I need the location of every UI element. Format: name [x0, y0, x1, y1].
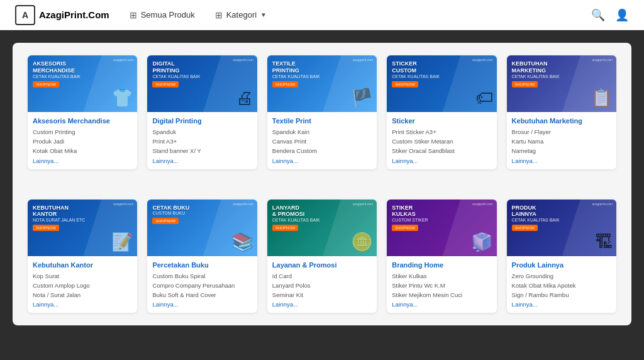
product-more-textile-print[interactable]: Lainnya...: [272, 157, 372, 164]
product-image-layanan-promosi: azagiprint.com LANYARD& PROMOSI CETAK KU…: [267, 200, 377, 256]
product-card-kebutuhan-kantor: azagiprint.com KEBUTUHANKANTOR NOTA SURA…: [28, 200, 137, 313]
product-sub-item-aksesoris-1: Produk Jadi: [33, 137, 132, 146]
product-icon-branding-home: 🧊: [471, 232, 493, 252]
product-sub-item-sticker-2: Stiker Oracal Sandblast: [392, 146, 491, 155]
product-icon-percetakan-buku: 📚: [231, 232, 253, 252]
grid-icon: ⊞: [130, 10, 137, 20]
product-image-btn-branding-home[interactable]: SHOPNOW: [392, 225, 418, 231]
product-info-kebutuhan-marketing: Kebutuhan Marketing Brosur / FlayerKartu…: [507, 112, 616, 169]
product-info-digital-printing: Digital Printing SpandukPrint A3+Stand b…: [147, 112, 257, 169]
product-icon-textile-print: 🏴: [351, 87, 373, 108]
nav-kategori[interactable]: ⊞ Kategori ▼: [215, 10, 267, 20]
product-more-percetakan-buku[interactable]: Lainnya...: [152, 301, 252, 308]
product-more-layanan-promosi[interactable]: Lainnya...: [272, 301, 372, 308]
grid-icon-2: ⊞: [215, 10, 223, 20]
product-sub-item-produk-lainnya-1: Kotak Obat Mika Apotek: [512, 281, 611, 290]
product-sub-item-layanan-promosi-1: Lanyard Polos: [272, 281, 372, 290]
site-label: azagiprint.com: [592, 202, 613, 206]
product-category-title-produk-lainnya[interactable]: Produk Lainnya: [512, 261, 611, 269]
product-card-aksesoris: azagiprint.com AKSESORISMERCHANDISE CETA…: [28, 55, 137, 169]
logo-letter: A: [22, 10, 28, 20]
product-image-btn-aksesoris[interactable]: SHOPNOW: [33, 81, 59, 87]
main-content: azagiprint.com AKSESORISMERCHANDISE CETA…: [13, 43, 631, 325]
site-label: azagiprint.com: [592, 58, 613, 62]
product-category-title-percetakan-buku[interactable]: Percetakan Buku: [152, 261, 252, 269]
product-more-kebutuhan-marketing[interactable]: Lainnya...: [512, 157, 611, 164]
product-sub-item-sticker-1: Custom Stiker Metaran: [392, 137, 491, 146]
product-category-title-layanan-promosi[interactable]: Layanan & Promosi: [272, 261, 372, 269]
product-card-digital-printing: azagiprint.com DIGITALPRINTING CETAK KUA…: [147, 55, 257, 169]
product-category-title-textile-print[interactable]: Textile Print: [272, 117, 372, 125]
site-label: azagiprint.com: [353, 202, 374, 206]
product-sub-item-textile-print-0: Spanduk Kain: [272, 127, 372, 137]
product-sub-item-kebutuhan-marketing-2: Nametag: [512, 146, 611, 155]
product-image-btn-produk-lainnya[interactable]: SHOPNOW: [512, 225, 538, 231]
product-image-btn-textile-print[interactable]: SHOPNOW: [272, 81, 299, 87]
product-image-sticker: azagiprint.com STICKERCUSTOM CETAK KUALI…: [387, 55, 496, 112]
logo[interactable]: A AzagiPrint.Com: [15, 5, 109, 25]
nav-semua-produk[interactable]: ⊞ Semua Produk: [130, 10, 195, 20]
product-info-produk-lainnya: Produk Lainnya Zero GroundingKotak Obat …: [507, 256, 616, 313]
product-sub-item-layanan-promosi-2: Seminar Kit: [272, 290, 372, 300]
nav-kategori-label: Kategori: [226, 10, 257, 20]
product-image-subtitle-textile-print: CETAK KUALITAS BAIK: [272, 74, 372, 79]
product-image-subtitle-digital-printing: CETAK KUALITAS BAIK: [152, 74, 252, 79]
product-image-btn-percetakan-buku[interactable]: SHOPNOW: [152, 218, 179, 224]
product-sub-item-kebutuhan-kantor-2: Nota / Surat Jalan: [33, 290, 132, 300]
product-image-btn-layanan-promosi[interactable]: SHOPNOW: [272, 225, 299, 231]
product-card-layanan-promosi: azagiprint.com LANYARD& PROMOSI CETAK KU…: [267, 200, 377, 313]
product-more-kebutuhan-kantor[interactable]: Lainnya...: [33, 301, 132, 308]
product-more-produk-lainnya[interactable]: Lainnya...: [512, 301, 611, 308]
product-image-subtitle-kebutuhan-marketing: CETAK KUALITAS BAIK: [512, 74, 611, 79]
product-image-btn-kebutuhan-marketing[interactable]: SHOPNOW: [512, 81, 538, 87]
product-image-title-textile-print: TEXTILEPRINTING: [272, 60, 372, 74]
site-label: azagiprint.com: [113, 202, 134, 206]
product-image-subtitle-produk-lainnya: CETAK KUALITAS BAIK: [512, 218, 611, 222]
product-info-sticker: Sticker Print Sticker A3+Custom Stiker M…: [387, 112, 496, 169]
product-sub-item-digital-printing-1: Print A3+: [152, 137, 252, 146]
product-image-title-aksesoris: AKSESORISMERCHANDISE: [33, 60, 132, 74]
product-sub-item-percetakan-buku-0: Custom Buku Spiral: [152, 271, 252, 281]
product-icon-produk-lainnya: 🏗: [595, 232, 613, 252]
product-info-kebutuhan-kantor: Kebutuhan Kantor Kop SuratCustom Amplop …: [28, 256, 137, 313]
logo-icon: A: [15, 5, 35, 25]
product-info-aksesoris: Aksesoris Merchandise Custom PrintingPro…: [28, 112, 137, 169]
account-button[interactable]: 👤: [615, 8, 629, 22]
product-sub-item-kebutuhan-kantor-1: Custom Amplop Logo: [33, 281, 132, 290]
product-image-btn-sticker[interactable]: SHOPNOW: [392, 81, 418, 87]
product-icon-aksesoris: 👕: [111, 87, 133, 108]
product-image-percetakan-buku: azagiprint.com CETAK BUKU CUSTOM BUKU SH…: [147, 200, 257, 256]
product-category-title-branding-home[interactable]: Branding Home: [392, 261, 491, 269]
nav-semua-produk-label: Semua Produk: [141, 10, 195, 20]
product-category-title-aksesoris[interactable]: Aksesoris Merchandise: [33, 117, 132, 125]
product-image-btn-kebutuhan-kantor[interactable]: SHOPNOW: [33, 225, 59, 231]
product-image-subtitle-percetakan-buku: CUSTOM BUKU: [152, 211, 252, 215]
product-more-branding-home[interactable]: Lainnya...: [392, 301, 491, 308]
site-label: azagiprint.com: [233, 58, 253, 62]
header: A AzagiPrint.Com ⊞ Semua Produk ⊞ Katego…: [0, 0, 644, 30]
site-label: azagiprint.com: [353, 58, 374, 62]
product-card-percetakan-buku: azagiprint.com CETAK BUKU CUSTOM BUKU SH…: [147, 200, 257, 313]
product-sub-item-percetakan-buku-2: Buku Soft & Hard Cover: [152, 290, 252, 300]
product-image-btn-digital-printing[interactable]: SHOPNOW: [152, 81, 179, 87]
site-label: azagiprint.com: [233, 202, 253, 206]
product-category-title-kebutuhan-marketing[interactable]: Kebutuhan Marketing: [512, 117, 611, 125]
product-icon-layanan-promosi: 🪙: [351, 232, 373, 252]
product-sub-item-kebutuhan-kantor-0: Kop Surat: [33, 271, 132, 281]
product-more-aksesoris[interactable]: Lainnya...: [33, 157, 132, 164]
product-category-title-sticker[interactable]: Sticker: [392, 117, 491, 125]
chevron-down-icon: ▼: [260, 11, 267, 18]
product-more-sticker[interactable]: Lainnya...: [392, 157, 491, 164]
product-sub-item-aksesoris-2: Kotak Obat Mika: [33, 146, 132, 155]
search-button[interactable]: 🔍: [591, 8, 605, 22]
header-actions: 🔍 👤: [591, 8, 629, 22]
product-image-produk-lainnya: azagiprint.com PRODUKLAINNYA CETAK KUALI…: [507, 200, 616, 256]
product-more-digital-printing[interactable]: Lainnya...: [152, 157, 252, 164]
product-grid-row1: azagiprint.com AKSESORISMERCHANDISE CETA…: [28, 55, 616, 313]
product-sub-item-kebutuhan-marketing-0: Brosur / Flayer: [512, 127, 611, 137]
product-category-title-digital-printing[interactable]: Digital Printing: [152, 117, 252, 125]
product-icon-kebutuhan-marketing: 📋: [591, 87, 613, 108]
product-image-title-branding-home: STIKERKULKAS: [392, 205, 491, 218]
product-category-title-kebutuhan-kantor[interactable]: Kebutuhan Kantor: [33, 261, 132, 269]
product-image-digital-printing: azagiprint.com DIGITALPRINTING CETAK KUA…: [147, 55, 257, 112]
